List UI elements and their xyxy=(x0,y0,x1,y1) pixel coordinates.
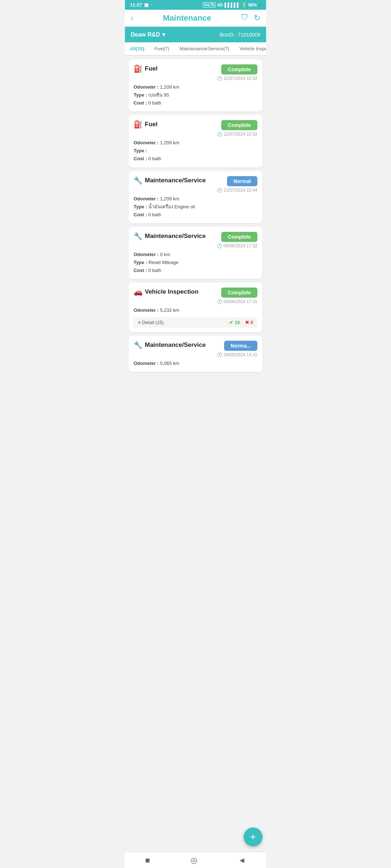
header-band: Deaw R&D ▾ BoxID : 71010009 xyxy=(125,27,266,42)
card-detail-6: Odometer : 5,065 km xyxy=(134,359,257,367)
status-btn-3[interactable]: Normal xyxy=(227,176,257,186)
clock-icon-1: 🕐 xyxy=(217,76,222,81)
card-detail-4: Odometer : 0 km Type : Reset Mileage Cos… xyxy=(134,251,257,275)
status-btn-6[interactable]: Norma... xyxy=(224,341,257,351)
car-icon-1: 🚗 xyxy=(134,288,143,296)
detail-label: ≡ Detail (15) xyxy=(138,320,164,325)
clock-icon-2: 🕐 xyxy=(217,132,222,137)
status-bar-right: VoLTE 4G ▌▌▌▌▌ 🔋 86% ● xyxy=(203,2,261,8)
back-button[interactable]: ‹ xyxy=(131,13,133,23)
card-detail-2: Odometer : 1,209 km Type : Cost : 0 bath xyxy=(134,139,257,163)
fuel-icon-2: ⛽ xyxy=(134,120,143,129)
wrench-icon-3: 🔧 xyxy=(134,341,143,349)
status-btn-4[interactable]: Complete xyxy=(221,232,257,242)
card-date-3: 🕐 12/07/2024 15:44 xyxy=(217,188,257,193)
sim-icon: ▣ xyxy=(144,2,148,8)
clock-icon-5: 🕐 xyxy=(217,299,222,304)
wrench-icon-2: 🔧 xyxy=(134,232,143,241)
battery-dot: ● xyxy=(258,3,261,8)
detail-counts: ✔ 15 ✖ 0 xyxy=(229,320,253,325)
cross-icon: ✖ xyxy=(245,320,249,325)
card-right-6: Norma... 🕐 29/05/2024 14:31 xyxy=(217,341,257,357)
refresh-icon[interactable]: ↻ xyxy=(254,13,260,23)
time: 11:27 xyxy=(130,2,142,8)
page-title: Maintenance xyxy=(163,13,211,23)
tab-vehicle-inspection[interactable]: Vehicle Inspection( xyxy=(234,42,266,56)
card-right-2: Complete 🕐 12/07/2024 15:52 xyxy=(217,120,257,137)
dropdown-icon: ▾ xyxy=(162,31,165,38)
card-fuel-1: ⛽ Fuel Complete 🕐 12/07/2024 15:52 Odome… xyxy=(129,59,262,111)
tab-all[interactable]: All(15) xyxy=(125,42,150,56)
box-id: BoxID : 71010009 xyxy=(220,32,260,38)
clock-icon-4: 🕐 xyxy=(217,243,222,248)
network-icon: 4G xyxy=(217,3,223,8)
card-title-4: 🔧 Maintenance/Service xyxy=(134,232,206,241)
card-fuel-2: ⛽ Fuel Complete 🕐 12/07/2024 15:52 Odome… xyxy=(129,115,262,167)
tabs-bar: All(15) Fuel(7) Maintenance/Service(7) V… xyxy=(125,42,266,56)
card-date-5: 🕐 06/06/2024 17:31 xyxy=(217,299,257,304)
tab-maintenance[interactable]: Maintenance/Service(7) xyxy=(175,42,234,56)
checkmark-icon: ✔ xyxy=(229,320,233,325)
status-dot: · xyxy=(151,2,152,8)
vehicle-detail-row[interactable]: ≡ Detail (15) ✔ 15 ✖ 0 xyxy=(134,317,257,328)
battery-icon: 🔋 xyxy=(241,3,247,8)
clock-icon-6: 🕐 xyxy=(217,352,222,357)
card-title-1: ⛽ Fuel xyxy=(134,64,157,73)
card-right-3: Normal 🕐 12/07/2024 15:44 xyxy=(217,176,257,193)
card-detail-5: Odometer : 5,232 km xyxy=(134,306,257,314)
status-bar-left: 11:27 ▣ · xyxy=(130,2,152,8)
fuel-icon-1: ⛽ xyxy=(134,64,143,73)
filter-icon[interactable]: ⛉ xyxy=(241,13,249,23)
card-title-5: 🚗 Vehicle Inspection xyxy=(134,288,198,296)
cards-list: ⛽ Fuel Complete 🕐 12/07/2024 15:52 Odome… xyxy=(125,56,266,375)
card-title-2: ⛽ Fuel xyxy=(134,120,157,129)
card-detail-3: Odometer : 1,209 km Type : น้ำมันเครื่อง… xyxy=(134,195,257,219)
card-maintenance-3: 🔧 Maintenance/Service Norma... 🕐 29/05/2… xyxy=(129,336,262,372)
nav-icons: ⛉ ↻ xyxy=(241,13,260,23)
vo-lte-icon: VoLTE xyxy=(203,2,216,8)
card-date-1: 🕐 12/07/2024 15:52 xyxy=(217,76,257,81)
status-btn-2[interactable]: Complete xyxy=(221,120,257,130)
card-title-6: 🔧 Maintenance/Service xyxy=(134,341,206,349)
card-maintenance-1: 🔧 Maintenance/Service Normal 🕐 12/07/202… xyxy=(129,171,262,223)
card-date-6: 🕐 29/05/2024 14:31 xyxy=(217,352,257,357)
status-bar: 11:27 ▣ · VoLTE 4G ▌▌▌▌▌ 🔋 86% ● xyxy=(125,0,266,10)
company-selector[interactable]: Deaw R&D ▾ xyxy=(131,31,165,38)
card-date-2: 🕐 12/07/2024 15:52 xyxy=(217,132,257,137)
signal-icon: ▌▌▌▌▌ xyxy=(224,3,240,8)
card-detail-1: Odometer : 1,209 km Type : เบนซิน 95 Cos… xyxy=(134,83,257,107)
tab-fuel[interactable]: Fuel(7) xyxy=(150,42,175,56)
top-nav: ‹ Maintenance ⛉ ↻ xyxy=(125,10,266,27)
card-vehicle-1: 🚗 Vehicle Inspection Complete 🕐 06/06/20… xyxy=(129,282,262,332)
status-btn-5[interactable]: Complete xyxy=(221,288,257,298)
card-right-4: Complete 🕐 06/06/2024 17:32 xyxy=(217,232,257,248)
clock-icon-3: 🕐 xyxy=(217,188,222,193)
card-right-5: Complete 🕐 06/06/2024 17:31 xyxy=(217,288,257,304)
status-btn-1[interactable]: Complete xyxy=(221,64,257,75)
battery-percent: 86% xyxy=(248,3,257,8)
cross-count: ✖ 0 xyxy=(245,320,253,325)
card-right-1: Complete 🕐 12/07/2024 15:52 xyxy=(217,64,257,81)
card-title-3: 🔧 Maintenance/Service xyxy=(134,176,206,185)
company-name: Deaw R&D xyxy=(131,31,160,38)
card-maintenance-2: 🔧 Maintenance/Service Complete 🕐 06/06/2… xyxy=(129,227,262,279)
card-date-4: 🕐 06/06/2024 17:32 xyxy=(217,243,257,248)
wrench-icon-1: 🔧 xyxy=(134,176,143,185)
check-count: ✔ 15 xyxy=(229,320,240,325)
